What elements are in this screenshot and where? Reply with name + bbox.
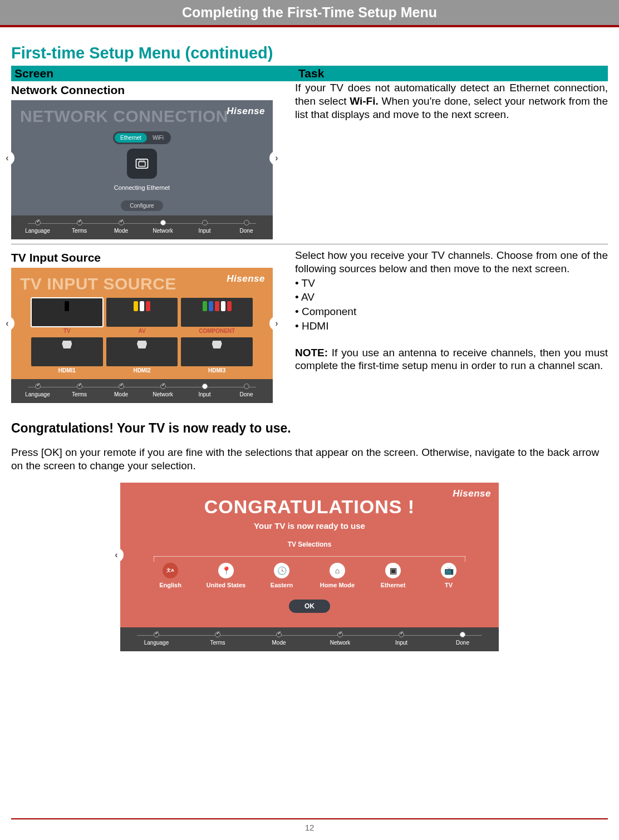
source-hdmi2[interactable]: HDMI2 xyxy=(106,337,178,374)
section-title: First-time Setup Menu (continued) xyxy=(11,44,608,62)
step-label: Done xyxy=(240,391,253,397)
row2-note: NOTE: If you use an antenna to receive c… xyxy=(295,346,608,373)
header-divider xyxy=(0,25,619,27)
source-bullet: • Component xyxy=(295,305,608,318)
nav-left-icon[interactable]: ‹ xyxy=(0,151,14,165)
page-number: 12 xyxy=(11,823,608,832)
table-row: Network Connection Hisense NETWORK CONNE… xyxy=(11,81,608,244)
page-header: Completing the First-Time Setup Menu xyxy=(0,0,619,25)
selection-mode: ⌂Home Mode xyxy=(312,563,362,588)
table-header-row: Screen Task xyxy=(11,66,608,81)
network-connection-screenshot: Hisense NETWORK CONNECTION Ethernet WiFi… xyxy=(11,100,273,239)
svg-rect-1 xyxy=(139,162,145,166)
selection-location: 📍United States xyxy=(201,563,251,588)
table-header-screen: Screen xyxy=(11,66,295,81)
setup-stepper: Language Terms Mode Network Input Done xyxy=(120,627,499,651)
ethernet-port-icon xyxy=(127,149,157,179)
step-label: Language xyxy=(25,391,50,397)
source-tv[interactable]: TV xyxy=(31,298,103,334)
congratulations-heading: Congratulations! Your TV is now ready to… xyxy=(11,421,608,436)
step-label: Done xyxy=(240,228,253,234)
screen-subtitle: Your TV is now ready to use xyxy=(131,521,488,530)
row2-task-intro: Select how you receive your TV channels.… xyxy=(295,249,608,276)
step-label: Mode xyxy=(272,640,286,646)
source-hdmi3[interactable]: HDMI3 xyxy=(181,337,253,374)
step-label: Mode xyxy=(114,391,128,397)
clock-icon: 🕓 xyxy=(274,563,289,578)
step-label: Language xyxy=(25,228,50,234)
configure-button[interactable]: Configure xyxy=(121,200,163,211)
step-label: Terms xyxy=(210,640,225,646)
brand-logo: Hisense xyxy=(227,273,265,284)
step-label: Input xyxy=(395,640,407,646)
step-label: Input xyxy=(198,228,210,234)
ethernet-icon: ▣ xyxy=(385,563,401,578)
connection-status: Connecting Ethernet xyxy=(20,184,264,191)
source-hdmi1[interactable]: HDMI1 xyxy=(31,337,103,374)
brand-logo: Hisense xyxy=(453,488,491,499)
step-label: Input xyxy=(198,391,210,397)
source-component[interactable]: COMPONENT xyxy=(181,298,253,334)
selection-timezone: 🕓Eastern xyxy=(257,563,307,588)
step-label: Done xyxy=(456,640,469,646)
step-label: Language xyxy=(144,640,169,646)
footer-divider xyxy=(11,818,608,819)
step-label: Mode xyxy=(114,228,128,234)
step-label: Terms xyxy=(72,391,87,397)
selection-language: 文AEnglish xyxy=(145,563,195,588)
location-pin-icon: 📍 xyxy=(218,563,234,578)
selection-input: 📺TV xyxy=(424,563,474,588)
screen-title: CONGRATULATIONS ! xyxy=(131,496,488,518)
tv-icon: 📺 xyxy=(441,563,456,578)
step-label: Terms xyxy=(72,228,87,234)
step-label: Network xyxy=(153,391,173,397)
congratulations-screenshot: Hisense CONGRATULATIONS ! Your TV is now… xyxy=(120,483,499,651)
toggle-ethernet[interactable]: Ethernet xyxy=(115,133,147,143)
tv-input-source-screenshot: Hisense TV INPUT SOURCE TV AV COMPONENT xyxy=(11,268,273,403)
setup-stepper: Language Terms Mode Network Input Done xyxy=(11,215,273,239)
congratulations-paragraph: Press [OK] on your remote if you are fin… xyxy=(11,446,608,473)
toggle-wifi[interactable]: WiFi xyxy=(147,133,169,143)
nav-left-icon[interactable]: ‹ xyxy=(0,316,14,331)
selections-label: TV Selections xyxy=(131,541,488,548)
row1-task-text: If your TV does not automatically detect… xyxy=(295,81,608,121)
nav-right-icon[interactable]: › xyxy=(269,151,284,165)
table-row: TV Input Source Hisense TV INPUT SOURCE … xyxy=(11,249,608,407)
source-bullet: • TV xyxy=(295,277,608,290)
source-bullet: • AV xyxy=(295,291,608,304)
step-label: Network xyxy=(153,228,173,234)
row2-title: TV Input Source xyxy=(11,251,295,264)
table-header-task: Task xyxy=(295,66,608,81)
brand-logo: Hisense xyxy=(227,106,265,117)
source-bullet: • HDMI xyxy=(295,320,608,333)
row1-title: Network Connection xyxy=(11,83,295,97)
source-av[interactable]: AV xyxy=(106,298,178,334)
ethernet-wifi-toggle[interactable]: Ethernet WiFi xyxy=(113,131,171,144)
step-label: Network xyxy=(330,640,351,646)
language-icon: 文A xyxy=(163,563,178,578)
nav-left-icon[interactable]: ‹ xyxy=(109,548,124,562)
setup-stepper: Language Terms Mode Network Input Done xyxy=(11,379,273,403)
selection-network: ▣Ethernet xyxy=(368,563,418,588)
home-icon: ⌂ xyxy=(330,563,345,578)
ok-button[interactable]: OK xyxy=(289,600,330,613)
nav-right-icon[interactable]: › xyxy=(269,316,284,331)
